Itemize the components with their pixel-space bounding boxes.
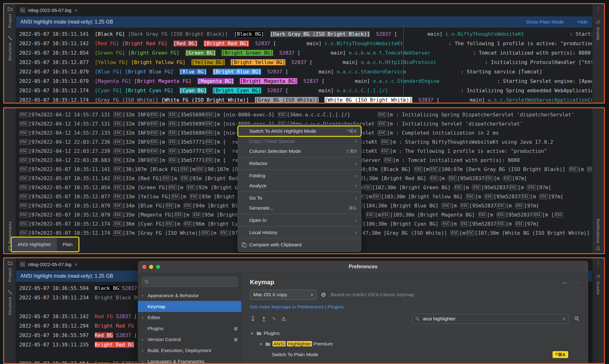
menu-item-label: Generate... xyxy=(249,205,274,211)
warning-icon[interactable]: ⚠ xyxy=(281,316,286,322)
clear-search-icon[interactable]: × xyxy=(563,316,565,322)
esc-token: ESC xyxy=(372,194,381,199)
settings-nav-plugins[interactable]: Plugins▦ xyxy=(138,323,241,334)
forward-icon[interactable]: → xyxy=(574,279,580,286)
menu-item-compare-with-clipboard[interactable]: Compare with Clipboard xyxy=(238,240,361,250)
toolwindow-project[interactable]: Project xyxy=(8,7,13,28)
settings-search-input[interactable] xyxy=(151,279,235,285)
toolwindow-label: Project xyxy=(8,268,12,282)
esc-token: ESC xyxy=(378,121,386,126)
esc-token: ESC xyxy=(366,212,375,217)
show-plain-mode-link[interactable]: Show Plain Mode xyxy=(526,19,564,25)
settings-nav-keymap[interactable]: Keymap xyxy=(138,301,241,312)
folder-icon xyxy=(8,7,13,12)
search-match: Highlighter xyxy=(287,341,312,346)
esc-token: ESC xyxy=(113,148,122,154)
find-by-shortcut-icon[interactable]: ? xyxy=(574,316,580,322)
settings-nav-appearance-behavior[interactable]: ›Appearance & Behavior xyxy=(138,290,241,301)
settings-nav-label: Editor xyxy=(148,315,160,320)
gear-icon[interactable]: ⚙ xyxy=(321,291,326,298)
esc-token: ESC xyxy=(171,194,180,199)
menu-separator xyxy=(238,192,361,192)
chevron-down-icon[interactable]: ▾ xyxy=(250,331,254,336)
toolwindow-structure[interactable]: Structure xyxy=(8,290,13,315)
editor-with-preferences-panel: Project Structure >_ ntlog-2022-05-07.lo… xyxy=(3,257,605,364)
log-editor[interactable]: 2022-05-07 10:35:11.141 [Black FG] [Dark… xyxy=(16,28,592,103)
more-options-icon[interactable]: ⋮ xyxy=(596,261,601,266)
more-options-icon[interactable]: ⋮ xyxy=(596,7,601,12)
tab-ansi-highlighter[interactable]: ANSI Highlighter xyxy=(12,238,57,251)
toolwindow-structure[interactable]: Structure xyxy=(8,35,13,61)
keymap-search-field[interactable]: × xyxy=(412,314,569,324)
tab-plain[interactable]: Plain xyxy=(57,238,78,251)
esc-token: ESC xyxy=(515,203,524,208)
menu-item-analyze[interactable]: Analyze› xyxy=(238,181,361,191)
toolwindow-gradle[interactable]: Gradle xyxy=(596,20,601,40)
minimize-window-button[interactable] xyxy=(149,265,153,269)
log-line: ESC[97m2022-04-12 14:55:27.131 ESC[32m I… xyxy=(19,110,592,119)
settings-nav-build-execution-deployment[interactable]: ›Build, Execution, Deployment xyxy=(138,345,241,356)
esc-token: ESC xyxy=(521,194,530,199)
esc-token: ESC xyxy=(19,185,28,190)
menu-item-column-selection-mode[interactable]: Column Selection Mode⇧⌘8 xyxy=(238,146,361,156)
toolwindow-gradle[interactable]: Gradle xyxy=(596,274,601,295)
close-tab-icon[interactable]: × xyxy=(74,262,77,267)
keymap-tree: ▾ Plugins ▾ ANSIHighlighterPremium Switc… xyxy=(250,326,580,364)
toolwindow-notifications[interactable]: Notifications xyxy=(596,219,601,251)
based-on-text: Based on IntelliJ IDEA Classic keymap xyxy=(331,292,414,297)
tree-node-switch-to-plain-mode[interactable]: Switch To Plain Mode ^⌘A xyxy=(250,349,580,360)
get-more-keymaps-link[interactable]: Get more keymaps in Preferences | Plugin… xyxy=(250,304,344,310)
settings-sidebar: ›Appearance & BehaviorKeymap›EditorPlugi… xyxy=(138,273,242,364)
menu-item-generate[interactable]: Generate...⌘G xyxy=(238,203,361,213)
menu-item-label: Folding xyxy=(249,173,265,179)
menu-item-open-in[interactable]: Open In› xyxy=(238,215,361,225)
menu-item-folding[interactable]: Folding› xyxy=(238,171,361,181)
tree-node-plugins[interactable]: ▾ Plugins xyxy=(250,328,580,339)
hide-banner-link[interactable]: Hide xyxy=(578,19,588,25)
clipboard-icon xyxy=(241,242,247,248)
search-match: ANSI xyxy=(272,341,286,346)
collapse-all-icon[interactable] xyxy=(261,316,267,322)
chevron-right-icon: › xyxy=(142,337,145,342)
settings-nav-languages-frameworks[interactable]: ›Languages & Frameworks xyxy=(138,356,241,364)
plain-mode-editor-panel: Bookmarks ESC[97m2022-04-12 14:55:27.131… xyxy=(3,107,605,254)
esc-token: ESC xyxy=(113,212,122,217)
esc-token: ESC xyxy=(113,139,122,145)
editor-tab[interactable]: >_ ntlog-2022-05-07.log × xyxy=(16,258,81,270)
back-icon[interactable]: ← xyxy=(562,279,568,286)
close-tab-icon[interactable]: × xyxy=(74,8,77,13)
panel-icon: ▦ xyxy=(234,326,238,331)
esc-token: ESC xyxy=(162,176,171,181)
close-window-button[interactable] xyxy=(142,265,146,269)
left-toolwindow-rail: Bookmarks xyxy=(4,108,16,253)
toolwindow-project[interactable]: Project xyxy=(8,261,13,282)
settings-nav-version-control[interactable]: ›Version Control▦ xyxy=(138,334,241,345)
zoom-window-button[interactable] xyxy=(156,265,160,269)
menu-item-local-history[interactable]: Local History› xyxy=(238,228,361,238)
settings-search-field[interactable] xyxy=(142,277,238,287)
esc-token: ESC xyxy=(19,130,28,136)
menu-item-go-to[interactable]: Go To› xyxy=(238,193,361,203)
terminal-file-icon: >_ xyxy=(20,261,25,267)
esc-token: ESC xyxy=(184,221,192,227)
expand-all-icon[interactable] xyxy=(250,316,256,322)
chevron-down-icon[interactable]: ▾ xyxy=(259,342,263,346)
esc-token: ESC xyxy=(484,194,493,199)
editor-tab[interactable]: >_ ntlog-2022-05-07.log × xyxy=(16,4,81,16)
tree-node-ansi-highlighter-premium[interactable]: ▾ ANSIHighlighterPremium xyxy=(250,339,580,349)
esc-token: ESC xyxy=(220,230,229,236)
edit-shortcut-icon[interactable]: ✎ xyxy=(272,316,276,322)
menu-separator xyxy=(238,169,361,170)
menu-item-switch-to-ansi-highlight-mode[interactable]: Switch To ANSI Highlight Mode^⌘A xyxy=(238,126,361,136)
log-line: 2022-05-07 10:35:12.079 [Magenta FG] [Br… xyxy=(19,77,592,86)
esc-token: ESC xyxy=(554,212,563,217)
log-line: 2022-05-07 10:35:11.142 [Red FG] [Bright… xyxy=(19,39,592,48)
menu-item-refactor[interactable]: Refactor› xyxy=(238,158,361,169)
settings-nav-editor[interactable]: ›Editor xyxy=(138,312,241,323)
keymap-scheme-select[interactable]: Mac OS X copy ▾ xyxy=(250,290,316,300)
menu-item-copy-paste-special[interactable]: Copy / Paste Special› xyxy=(238,136,361,146)
preferences-titlebar[interactable]: Preferences xyxy=(138,261,588,273)
menu-item-shortcut: ^⌘A xyxy=(347,129,357,134)
esc-token: ESC xyxy=(381,139,390,145)
keymap-search-input[interactable] xyxy=(422,316,560,322)
